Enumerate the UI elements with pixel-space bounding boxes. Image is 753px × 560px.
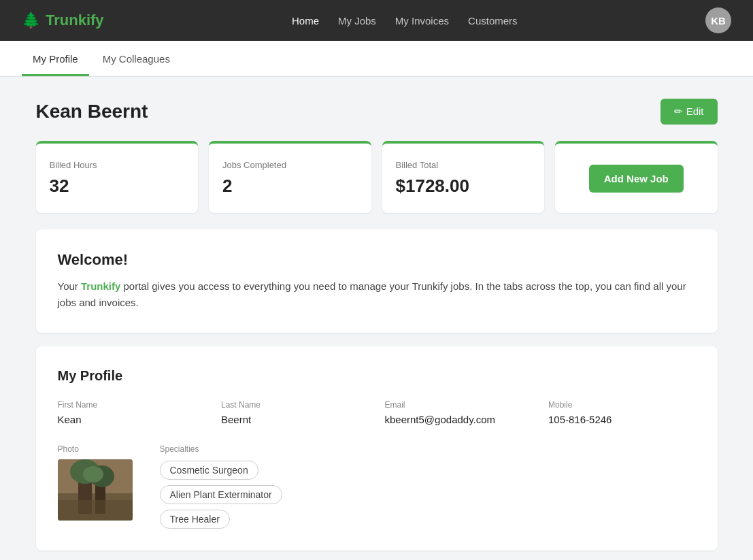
- main-content: Kean Beernt ✏ Edit Billed Hours 32 Jobs …: [20, 77, 734, 560]
- mobile-value: 105-816-5246: [548, 414, 696, 425]
- welcome-title: Welcome!: [58, 251, 696, 269]
- stat-billed-hours: Billed Hours 32: [36, 141, 199, 213]
- svg-point-6: [83, 466, 103, 482]
- profile-fields: First Name Kean Last Name Beernt Email k…: [58, 400, 696, 425]
- photo-image: [58, 459, 133, 521]
- billed-total-value: $1728.00: [396, 176, 531, 197]
- specialty-tags: Cosmetic Surgeon Alien Plant Exterminato…: [160, 461, 696, 529]
- welcome-text: Your Trunkify portal gives you access to…: [58, 278, 696, 311]
- edit-button[interactable]: ✏ Edit: [660, 99, 717, 125]
- profile-card: My Profile First Name Kean Last Name Bee…: [36, 346, 718, 550]
- svg-rect-7: [58, 500, 133, 521]
- welcome-brand: Trunkify: [81, 280, 120, 292]
- email-label: Email: [385, 400, 533, 410]
- welcome-text-after: portal gives you access to everything yo…: [58, 280, 686, 308]
- first-name-label: First Name: [58, 400, 205, 410]
- photo-container: Photo: [58, 444, 133, 521]
- page-title: Kean Beernt: [36, 101, 148, 122]
- profile-section-title: My Profile: [58, 368, 696, 384]
- email-value: kbeernt5@godaddy.com: [385, 414, 533, 425]
- field-mobile: Mobile 105-816-5246: [548, 400, 696, 425]
- specialty-tag-1: Alien Plant Exterminator: [160, 485, 282, 504]
- nav-customers[interactable]: Customers: [468, 15, 518, 27]
- nav-home[interactable]: Home: [292, 15, 319, 27]
- nav-my-jobs[interactable]: My Jobs: [338, 15, 376, 27]
- field-first-name: First Name Kean: [58, 400, 205, 425]
- photo-section: Photo Specialties: [58, 444, 696, 529]
- stats-row: Billed Hours 32 Jobs Completed 2 Billed …: [36, 141, 718, 213]
- mobile-label: Mobile: [548, 400, 696, 410]
- specialty-tag-2: Tree Healer: [160, 510, 230, 529]
- nav-my-invoices[interactable]: My Invoices: [395, 15, 449, 27]
- last-name-label: Last Name: [221, 400, 369, 410]
- specialties-label: Specialties: [160, 444, 696, 454]
- billed-total-label: Billed Total: [396, 160, 531, 170]
- welcome-text-before: Your: [58, 280, 81, 292]
- page-title-row: Kean Beernt ✏ Edit: [36, 99, 718, 125]
- jobs-completed-label: Jobs Completed: [222, 160, 358, 170]
- avatar[interactable]: KB: [705, 7, 731, 33]
- add-new-job-button[interactable]: Add New Job: [589, 165, 684, 193]
- photo-label: Photo: [58, 444, 133, 454]
- add-job-card: Add New Job: [555, 141, 718, 213]
- profile-photo: [58, 459, 133, 521]
- logo[interactable]: 🌲 Trunkify: [22, 12, 104, 29]
- billed-hours-label: Billed Hours: [50, 160, 185, 170]
- specialties-container: Specialties Cosmetic Surgeon Alien Plant…: [160, 444, 696, 529]
- welcome-card: Welcome! Your Trunkify portal gives you …: [36, 229, 718, 333]
- logo-text: Trunkify: [46, 12, 104, 29]
- subnav-my-profile[interactable]: My Profile: [22, 41, 89, 76]
- subnav-my-colleagues[interactable]: My Colleagues: [92, 41, 181, 76]
- specialty-tag-0: Cosmetic Surgeon: [160, 461, 258, 480]
- header: 🌲 Trunkify Home My Jobs My Invoices Cust…: [0, 0, 753, 41]
- stat-jobs-completed: Jobs Completed 2: [209, 141, 371, 213]
- field-email: Email kbeernt5@godaddy.com: [385, 400, 533, 425]
- logo-icon: 🌲: [22, 12, 40, 29]
- billed-hours-value: 32: [50, 176, 185, 197]
- last-name-value: Beernt: [221, 414, 369, 425]
- field-last-name: Last Name Beernt: [221, 400, 369, 425]
- sub-nav: My Profile My Colleagues: [0, 41, 753, 77]
- stat-billed-total: Billed Total $1728.00: [382, 141, 545, 213]
- jobs-completed-value: 2: [222, 176, 358, 197]
- main-nav: Home My Jobs My Invoices Customers: [292, 15, 518, 27]
- first-name-value: Kean: [58, 414, 205, 425]
